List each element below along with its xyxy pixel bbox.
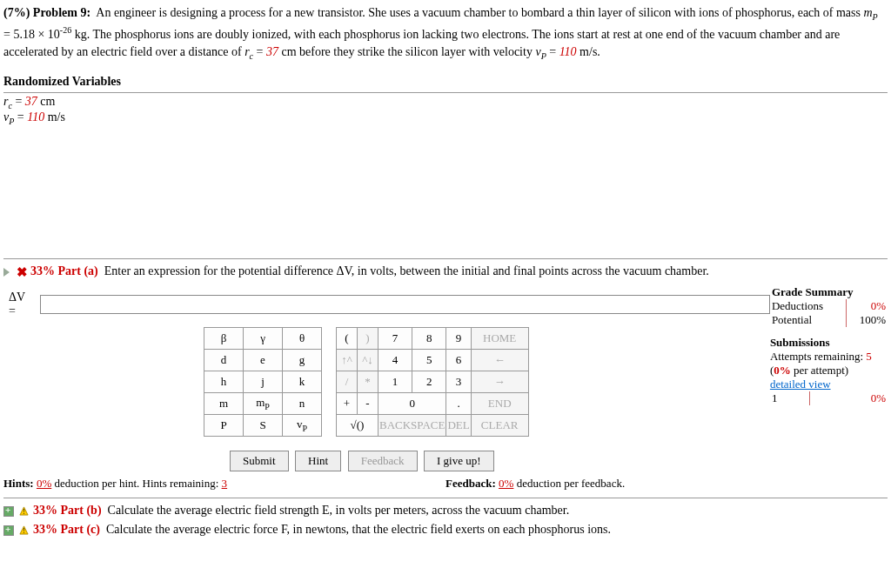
key-5[interactable]: 5 [412,349,446,371]
key-[interactable]: β [204,327,244,349]
keypad: ()789HOME↑^^↓456←/*123→+-0.END√()BACKSPA… [336,327,529,437]
key-0[interactable]: 0 [379,392,446,414]
key-4[interactable]: 4 [379,349,412,371]
key-clear: CLEAR [471,414,528,436]
key-mp[interactable]: mP [244,392,283,414]
key-end: END [471,392,528,414]
key-: → [471,371,528,392]
plus-icon [3,506,14,517]
key-: ← [471,349,528,371]
hint-button[interactable]: Hint [295,451,341,471]
plus-icon [3,525,14,536]
key-j[interactable]: j [244,371,283,392]
key-[interactable]: γ [244,327,283,349]
key-3[interactable]: 3 [446,371,471,392]
key-g[interactable]: g [283,349,322,371]
svg-text:!: ! [23,508,24,516]
key-[interactable]: θ [283,327,322,349]
expand-icon[interactable] [3,268,10,277]
answer-label: ΔV = [3,291,40,318]
key-backspace: BACKSPACE [379,414,446,436]
detailed-view-link[interactable]: detailed view [770,378,888,391]
key-: ↑^ [337,349,358,371]
key-s[interactable]: S [244,414,283,436]
key-d[interactable]: d [204,349,244,371]
key-: / [337,371,358,392]
feedback-button: Feedback [348,451,418,471]
key-[interactable]: + [337,392,358,414]
key-k[interactable]: k [283,371,322,392]
grade-summary: Grade Summary Deductions0% Potential100%… [770,285,888,405]
key-p[interactable]: P [204,414,244,436]
hints-info: Hints: 0% deduction per hint. Hints rema… [3,477,446,491]
warn-icon: ! [19,506,29,516]
warn-icon: ! [19,525,29,535]
key-[interactable]: - [358,392,379,414]
key-1[interactable]: 1 [379,371,412,392]
feedback-info: Feedback: 0% deduction per feedback. [446,477,625,491]
key-: * [358,371,379,392]
key-vp[interactable]: vP [283,414,322,436]
key-home: HOME [471,327,528,349]
key-9[interactable]: 9 [446,327,471,349]
key-: ) [358,327,379,349]
rv-line-1: rc = 37 cm [3,95,888,110]
key-7[interactable]: 7 [379,327,412,349]
key-2[interactable]: 2 [412,371,446,392]
keypad: βγθdeghjkmmPnPSvP [204,327,322,437]
part-b-header[interactable]: ! 33% Part (b) Calculate the average ele… [3,504,888,518]
problem-statement: (7%) Problem 9: An engineer is designing… [3,3,888,63]
key-[interactable]: √() [337,414,379,436]
rv-line-2: vP = 110 m/s [3,110,888,126]
key-[interactable]: ( [337,327,358,349]
key-6[interactable]: 6 [446,349,471,371]
key-del: DEL [446,414,471,436]
svg-text:!: ! [23,527,24,535]
x-icon: ✖ [17,265,28,279]
key-: ^↓ [358,349,379,371]
part-a-header: ✖ 33% Part (a) Enter an expression for t… [3,264,888,280]
key-n[interactable]: n [283,392,322,414]
key-e[interactable]: e [244,349,283,371]
randomized-vars-header: Randomized Variables [3,75,888,89]
submit-button[interactable]: Submit [230,451,289,471]
part-c-header[interactable]: ! 33% Part (c) Calculate the average ele… [3,523,888,537]
key-8[interactable]: 8 [412,327,446,349]
answer-input[interactable] [40,295,770,314]
giveup-button[interactable]: I give up! [424,451,494,471]
key-[interactable]: . [446,392,471,414]
key-m[interactable]: m [204,392,244,414]
key-h[interactable]: h [204,371,244,392]
